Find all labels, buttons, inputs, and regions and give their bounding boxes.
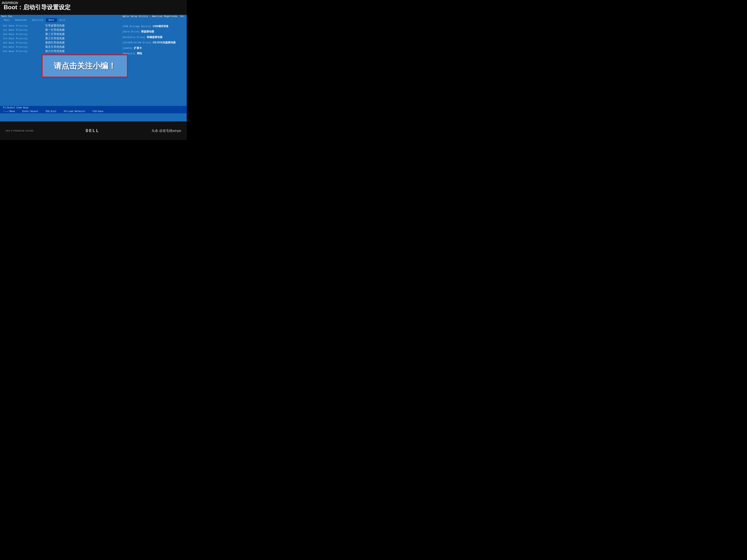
- row-2-chinese: 第二引导优先级: [45, 32, 68, 36]
- row-0-chinese: 引导设置优先级: [45, 24, 68, 27]
- row-1-left: 1st Boot Priority: [3, 29, 44, 31]
- laptop-frame: INSPIRON Boot：启动引导设置设定 Dell Inc. Aptio S…: [0, 0, 187, 140]
- bios-screen: Dell Inc. Aptio Setup Utility – American…: [0, 15, 187, 122]
- option-cd-label: CD DVD光盘驱动器: [153, 40, 176, 45]
- status-esc: ESC:Exit: [46, 110, 56, 113]
- row-0-left: Set Boot Priority: [3, 24, 44, 27]
- row-1-chinese: 第一引导优先级: [45, 28, 68, 32]
- option-hdd: [Hard Drive] 硬盘驱动器: [122, 29, 176, 34]
- status-f1-help: F1:Select Item Help: [3, 106, 28, 109]
- bios-main-content: Set Boot Priority 引导设置优先级 1st Boot Prior…: [0, 22, 187, 96]
- overlay-box[interactable]: 请点击关注小编！: [42, 54, 128, 77]
- option-fdd-bracket: [Diskette Drive]: [122, 35, 146, 39]
- bios-right-options: [USB Storage Device] USB储存设备 [Hard Drive…: [122, 24, 176, 56]
- nav-exit[interactable]: Exit: [57, 18, 68, 22]
- row-6-left: 6th Boot Priority: [3, 50, 44, 53]
- laptop-sound-brand: SRS ® PREMIUM SOUND: [5, 130, 33, 132]
- top-annotation-bar: Boot：启动引导设置设定: [0, 0, 187, 15]
- option-usb: [USB Storage Device] USB储存设备: [122, 24, 176, 28]
- laptop-bottom-bar: SRS ® PREMIUM SOUND DELL 头条 @老毛桃winpe: [0, 122, 187, 140]
- option-usb-bracket: [USB Storage Device]: [122, 24, 151, 28]
- row-5-left: 5th Boot Priority: [3, 46, 44, 49]
- option-usb-label: USB储存设备: [153, 24, 169, 28]
- row-2-left: 2nd Boot Priority: [3, 33, 44, 36]
- watermark-text: 头条 @老毛桃winpe: [152, 129, 181, 133]
- status-enter: Enter:Select: [22, 110, 38, 113]
- row-3-left: 3rd Boot Priority: [3, 37, 44, 40]
- nav-main[interactable]: Main: [1, 18, 12, 22]
- option-hdd-bracket: [Hard Drive]: [122, 30, 140, 34]
- option-network-label: 网络: [137, 51, 142, 56]
- option-network: [Network] 网络: [122, 51, 176, 56]
- bios-nav: Main Advanced Security Boot Exit: [0, 18, 187, 22]
- nav-advanced[interactable]: Advanced: [12, 18, 29, 22]
- option-fdd-label: 软磁盘驱动器: [147, 35, 162, 39]
- row-4-chinese: 第四引导优先级: [45, 41, 68, 45]
- bios-brand: Dell Inc.: [1, 15, 14, 18]
- row-3-chinese: 第三引导优先级: [45, 37, 68, 40]
- status-area: F1:Select Item Help ↑↓→←:Move Enter:Sele…: [0, 106, 187, 113]
- status-bar2: ↑↓→←:Move Enter:Select ESC:Exit F9:Load …: [0, 110, 187, 113]
- row-5-chinese: 第五引导优先级: [45, 45, 68, 49]
- option-cd-bracket: [CD/DVD/CD-RW Drive]: [122, 41, 151, 45]
- bios-utility-title: Aptio Setup Utility – American Megatrend…: [123, 15, 185, 18]
- overlay-text: 请点击关注小编！: [54, 61, 116, 70]
- status-f9: F9:Load Defaults: [64, 110, 85, 113]
- inspiron-label: INSPIRON: [2, 1, 18, 5]
- option-hdd-label: 硬盘驱动器: [141, 29, 154, 34]
- option-esata: [eSATA] 扩展卡: [122, 46, 176, 50]
- status-bar1: F1:Select Item Help: [0, 106, 187, 110]
- nav-boot[interactable]: Boot: [46, 18, 57, 22]
- row-6-chinese: 第六引导优先级: [45, 49, 68, 53]
- bios-brand-bar: Dell Inc. Aptio Setup Utility – American…: [0, 15, 187, 18]
- status-f10: F10:Save: [93, 110, 103, 113]
- option-cd: [CD/DVD/CD-RW Drive] CD DVD光盘驱动器: [122, 40, 176, 45]
- row-4-left: 4th Boot Priority: [3, 42, 44, 44]
- nav-security[interactable]: Security: [29, 18, 46, 22]
- status-move: ↑↓→←:Move: [3, 110, 15, 113]
- option-esata-label: 扩展卡: [134, 46, 142, 50]
- option-esata-bracket: [eSATA]: [122, 46, 132, 50]
- option-fdd: [Diskette Drive] 软磁盘驱动器: [122, 35, 176, 39]
- dell-logo: DELL: [85, 128, 99, 133]
